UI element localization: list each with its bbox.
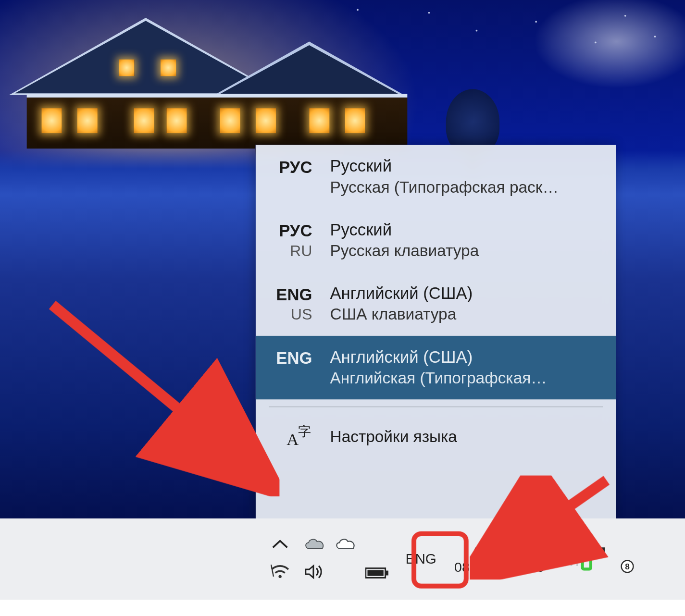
annotation-highlight-box xyxy=(411,531,469,589)
svg-text:A: A xyxy=(286,430,299,448)
notifications-button[interactable]: 8 xyxy=(602,518,635,599)
language-item-english-typographic[interactable]: ENG Английский (США) Английская (Типогра… xyxy=(256,336,616,399)
language-name: Русский xyxy=(330,157,602,176)
cloud-tray-icon[interactable] xyxy=(331,518,361,599)
keyboard-layout-name: Русская (Типографская раск… xyxy=(330,178,602,197)
language-item-russian-typographic[interactable]: РУС Русский Русская (Типографская раск… xyxy=(256,145,616,209)
svg-rect-5 xyxy=(386,571,388,576)
language-name: Английский (США) xyxy=(330,348,602,367)
svg-line-3 xyxy=(271,565,274,577)
notifications-icon: 8 xyxy=(608,548,629,569)
chevron-up-icon xyxy=(271,539,289,551)
cloud-icon xyxy=(334,537,357,551)
language-settings-icon: A 字 xyxy=(285,422,313,451)
svg-text:字: 字 xyxy=(298,424,311,439)
onedrive-tray-icon[interactable] xyxy=(299,518,329,599)
language-name: Русский xyxy=(330,221,602,240)
volume-icon xyxy=(304,563,325,580)
language-item-english-us[interactable]: ENG US Английский (США) США клавиатура xyxy=(256,272,616,336)
keyboard-layout-name: Английская (Типографская… xyxy=(330,369,602,387)
clock-day: суббота xyxy=(474,541,524,559)
battery-tray-icon[interactable] xyxy=(361,532,392,613)
battery-icon xyxy=(365,567,389,579)
app-tray-icon[interactable]: IM xyxy=(550,518,601,599)
wifi-icon xyxy=(270,562,290,579)
language-code: РУС xyxy=(268,222,312,241)
language-settings-button[interactable]: A 字 Настройки языка xyxy=(256,407,616,469)
language-subcode: US xyxy=(268,306,312,324)
language-subcode: RU xyxy=(268,242,312,260)
language-code: ENG xyxy=(268,285,312,305)
language-settings-label: Настройки языка xyxy=(330,428,457,446)
svg-rect-6 xyxy=(367,570,383,576)
keyboard-layout-name: США клавиатура xyxy=(330,306,602,324)
language-item-russian-standard[interactable]: РУС RU Русский Русская клавиатура xyxy=(256,209,616,272)
language-name: Английский (США) xyxy=(330,284,602,303)
notifications-count: 8 xyxy=(621,560,634,573)
onedrive-icon xyxy=(303,537,326,551)
language-code: РУС xyxy=(268,158,312,177)
keyboard-layout-name: Русская клавиатура xyxy=(330,242,602,260)
taskbar: ENG суббота 08.02.2020 Сб IM 8 xyxy=(0,518,685,599)
im-app-icon: IM xyxy=(559,547,592,570)
svg-point-2 xyxy=(278,575,281,578)
language-code: ENG xyxy=(268,349,312,368)
language-switcher-flyout: РУС Русский Русская (Типографская раск… … xyxy=(256,145,616,519)
tray-overflow-button[interactable] xyxy=(262,518,299,599)
